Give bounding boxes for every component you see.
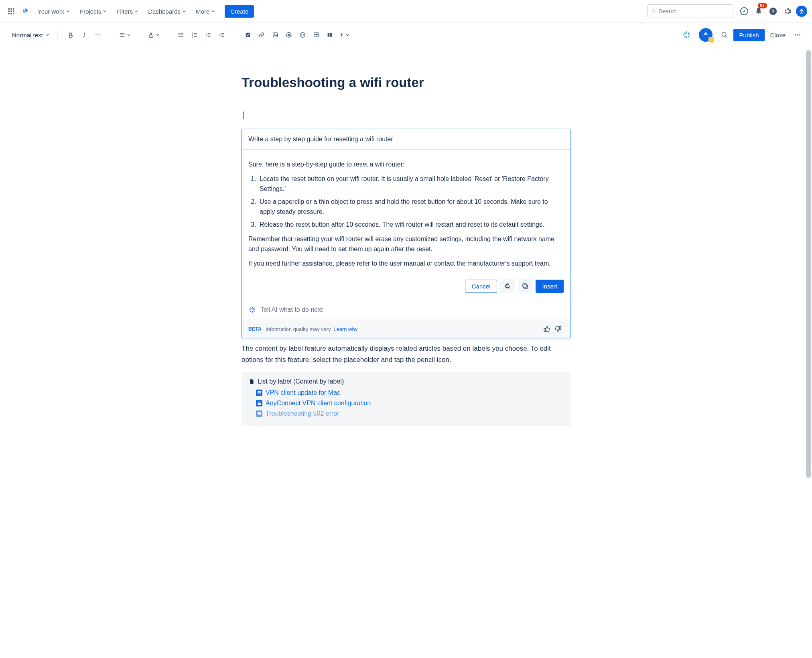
svg-line-62 xyxy=(685,33,686,34)
user-avatar[interactable] xyxy=(796,6,807,17)
text-cursor: | xyxy=(242,110,570,121)
chevron-down-icon xyxy=(103,9,107,13)
action-item-button[interactable] xyxy=(242,28,254,41)
svg-point-17 xyxy=(95,35,97,36)
svg-line-64 xyxy=(685,37,686,37)
search-icon xyxy=(652,8,656,14)
nav-label: Your work xyxy=(38,8,64,15)
insert-dropdown[interactable] xyxy=(337,28,351,41)
ai-prompt: Write a step by step guide for resetting… xyxy=(242,129,570,150)
jira-logo-icon[interactable] xyxy=(19,5,32,18)
ai-followup-input[interactable]: Tell AI what to do next xyxy=(242,300,570,319)
svg-rect-71 xyxy=(524,285,528,288)
scrollbar[interactable] xyxy=(806,50,811,478)
nav-projects[interactable]: Projects xyxy=(75,6,111,17)
italic-button[interactable] xyxy=(78,28,91,41)
svg-rect-42 xyxy=(246,33,250,37)
search-field[interactable] xyxy=(659,8,729,14)
svg-point-18 xyxy=(97,35,98,36)
svg-rect-72 xyxy=(523,284,526,287)
outdent-button[interactable] xyxy=(202,28,215,41)
ai-sparkle-icon xyxy=(248,306,256,314)
cancel-button[interactable]: Cancel xyxy=(465,280,497,293)
emoji-button[interactable] xyxy=(296,28,309,41)
svg-text:3: 3 xyxy=(192,36,193,38)
svg-point-68 xyxy=(795,35,796,36)
svg-point-24 xyxy=(179,33,180,34)
indent-button[interactable] xyxy=(215,28,228,41)
svg-point-47 xyxy=(300,32,305,37)
more-actions-button[interactable] xyxy=(791,28,804,41)
svg-point-44 xyxy=(274,34,275,35)
svg-rect-43 xyxy=(273,33,277,37)
page-title[interactable]: Troubleshooting a wifi router xyxy=(242,75,570,90)
insert-button[interactable]: Insert xyxy=(536,280,564,293)
svg-rect-5 xyxy=(13,10,14,12)
editor-content[interactable]: Troubleshooting a wifi router | Write a … xyxy=(242,47,570,442)
discover-icon[interactable] xyxy=(738,5,750,17)
chevron-down-icon xyxy=(345,33,349,37)
svg-line-77 xyxy=(250,308,251,309)
ai-intro: Sure, here is a step-by-step guide to re… xyxy=(248,159,564,170)
macro-title: List by label (Content by label) xyxy=(258,378,344,385)
svg-rect-3 xyxy=(8,10,10,12)
svg-line-79 xyxy=(250,311,251,312)
create-button[interactable]: Create xyxy=(225,5,254,18)
ai-step: Release the reset button after 10 second… xyxy=(258,219,564,230)
alignment-dropdown[interactable] xyxy=(118,28,132,41)
nav-dashboards[interactable]: Dashboards xyxy=(144,6,190,17)
close-button[interactable]: Close xyxy=(767,32,789,39)
search-input[interactable] xyxy=(647,4,733,18)
more-formatting-button[interactable] xyxy=(91,28,104,41)
publish-button[interactable]: Publish xyxy=(733,29,764,41)
ai-assist-button[interactable] xyxy=(680,28,693,41)
macro-link[interactable]: Troubleshooting 502 error xyxy=(256,410,563,417)
macro-link[interactable]: AnyConnect VPN client configuration xyxy=(256,400,563,407)
image-button[interactable] xyxy=(269,28,282,41)
mention-button[interactable] xyxy=(282,28,295,41)
macro-link-text: AnyConnect VPN client configuration xyxy=(266,400,371,407)
chevron-down-icon xyxy=(182,9,186,13)
settings-icon[interactable] xyxy=(782,5,794,17)
macro-link[interactable]: VPN client update for Mac xyxy=(256,389,563,396)
thumbs-down-button[interactable] xyxy=(552,323,564,335)
copy-button[interactable] xyxy=(518,279,532,293)
body-paragraph[interactable]: The content by label feature automatical… xyxy=(242,343,570,365)
text-color-dropdown[interactable] xyxy=(146,28,161,41)
table-button[interactable] xyxy=(310,28,323,41)
ai-footer: BETA Information quality may vary. Learn… xyxy=(242,319,570,339)
editor-avatar[interactable] xyxy=(699,28,713,42)
help-icon[interactable]: ? xyxy=(767,5,779,17)
content-by-label-macro[interactable]: List by label (Content by label) VPN cli… xyxy=(242,372,570,426)
bullet-list-button[interactable] xyxy=(175,28,187,41)
macro-link-text: VPN client update for Mac xyxy=(266,389,340,396)
nav-label: Filters xyxy=(116,8,133,15)
learn-why-link[interactable]: Learn why xyxy=(333,326,357,332)
retry-button[interactable] xyxy=(500,279,515,293)
nav-more[interactable]: More xyxy=(192,6,219,17)
numbered-list-button[interactable]: 123 xyxy=(188,28,201,41)
ai-note: Remember that resetting your wifi router… xyxy=(248,234,564,254)
text-style-dropdown[interactable]: Normal text xyxy=(8,28,51,41)
svg-rect-23 xyxy=(148,37,153,38)
nav-your-work[interactable]: Your work xyxy=(34,6,74,17)
document-icon xyxy=(256,400,262,406)
layouts-button[interactable] xyxy=(323,28,336,41)
svg-rect-55 xyxy=(330,33,332,37)
chevron-down-icon xyxy=(45,33,49,37)
ai-note: If you need further assistance, please r… xyxy=(248,258,564,269)
nav-filters[interactable]: Filters xyxy=(112,6,142,17)
chevron-down-icon xyxy=(134,9,138,13)
document-icon xyxy=(256,390,262,396)
ai-response: Sure, here is a step-by-step guide to re… xyxy=(242,150,570,279)
chevron-down-icon xyxy=(127,33,131,37)
bold-button[interactable] xyxy=(64,28,77,41)
notifications-icon[interactable]: 9+ xyxy=(753,5,765,17)
ai-panel: Write a step by step guide for resetting… xyxy=(242,129,570,339)
app-switcher-icon[interactable] xyxy=(5,5,18,18)
thumbs-up-button[interactable] xyxy=(541,323,552,335)
chevron-down-icon xyxy=(66,9,70,13)
beta-tag: BETA xyxy=(248,326,262,332)
link-button[interactable] xyxy=(255,28,268,41)
find-replace-button[interactable] xyxy=(718,28,731,41)
